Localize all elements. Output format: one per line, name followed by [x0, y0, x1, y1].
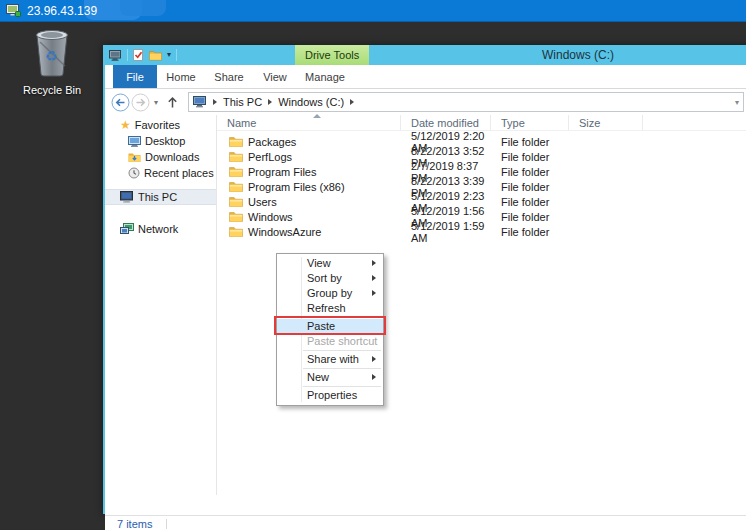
column-header-size[interactable]: Size: [569, 115, 643, 130]
forward-button[interactable]: [130, 92, 150, 112]
folder-icon: [229, 196, 243, 208]
menu-separator: [303, 317, 381, 318]
tab-drive-tools[interactable]: Drive Tools: [295, 45, 369, 65]
explorer-app-icon: [109, 50, 122, 61]
qat-customize-caret-icon[interactable]: ▾: [167, 51, 171, 59]
up-button[interactable]: [162, 92, 182, 112]
menu-item-share-with[interactable]: Share with: [277, 352, 383, 367]
computer-icon: [120, 191, 134, 203]
title-bar[interactable]: ▾ Drive Tools Windows (C:): [103, 45, 746, 65]
window-title: Windows (C:): [513, 45, 643, 65]
menu-item-group-by[interactable]: Group by: [277, 286, 383, 301]
tab-file[interactable]: File: [113, 65, 157, 88]
sidebar-item-favorites[interactable]: ★ Favorites: [105, 117, 216, 133]
tab-home[interactable]: Home: [157, 65, 205, 88]
sidebar-item-downloads[interactable]: Downloads: [105, 149, 216, 165]
column-header-date-modified[interactable]: Date modified: [401, 115, 491, 130]
back-arrow-icon: [111, 93, 130, 112]
breadcrumb-separator-icon[interactable]: [350, 99, 354, 105]
column-header-name[interactable]: Name: [217, 115, 401, 130]
items-count: 7 items: [117, 518, 152, 530]
network-icon: [120, 223, 134, 235]
sidebar-spacer: [105, 181, 216, 189]
breadcrumb-separator-icon[interactable]: [268, 99, 272, 105]
status-bar-divider: [166, 519, 167, 529]
rdp-computer-icon: [6, 4, 21, 17]
up-arrow-icon: [165, 95, 180, 110]
menu-separator: [303, 368, 381, 369]
forward-arrow-icon: [131, 93, 150, 112]
new-folder-icon[interactable]: [149, 50, 162, 61]
navigation-pane: ★ Favorites Desktop Downloads: [105, 115, 217, 495]
menu-item-refresh[interactable]: Refresh: [277, 301, 383, 316]
menu-item-new[interactable]: New: [277, 370, 383, 385]
ribbon-tab-row: File Home Share View Manage: [105, 65, 746, 89]
file-row[interactable]: WindowsAzure 5/12/2019 1:59 AM File fold…: [217, 224, 746, 239]
drive-location-icon: [193, 96, 207, 108]
qat-divider-2: [176, 49, 177, 61]
menu-item-view[interactable]: View: [277, 256, 383, 271]
tab-share[interactable]: Share: [205, 65, 253, 88]
rdp-connection-bar[interactable]: 23.96.43.139: [0, 0, 746, 22]
sidebar-item-this-pc[interactable]: This PC: [105, 189, 216, 205]
menu-item-properties[interactable]: Properties: [277, 388, 383, 403]
column-header-type[interactable]: Type: [491, 115, 569, 130]
explorer-window: ▾ Drive Tools Windows (C:) File Home Sha…: [103, 45, 746, 514]
breadcrumb-this-pc[interactable]: This PC: [223, 96, 262, 108]
folder-icon: [229, 226, 243, 238]
column-headers: Name Date modified Type Size: [217, 115, 746, 131]
recycle-bin-shortcut[interactable]: ♻ Recycle Bin: [14, 28, 90, 96]
desktop-icon: [128, 136, 141, 147]
folder-icon: [229, 136, 243, 148]
breadcrumb-current[interactable]: Windows (C:): [278, 96, 344, 108]
context-menu: View Sort by Group by Refresh Paste Past…: [276, 253, 384, 406]
back-button[interactable]: [110, 92, 130, 112]
svg-text:♻: ♻: [45, 48, 58, 64]
downloads-icon: [128, 152, 141, 163]
sort-ascending-icon: [313, 114, 321, 118]
sidebar-item-recent-places[interactable]: Recent places: [105, 165, 216, 181]
menu-separator: [303, 350, 381, 351]
address-dropdown-caret-icon[interactable]: ▾: [735, 98, 739, 107]
desktop: { "rdp_bar": { "address": "23.96.43.139"…: [0, 0, 746, 530]
menu-item-paste[interactable]: Paste: [277, 319, 383, 334]
recent-locations-caret-icon[interactable]: ▾: [150, 98, 162, 107]
tab-manage[interactable]: Manage: [297, 65, 353, 88]
menu-item-sort-by[interactable]: Sort by: [277, 271, 383, 286]
folder-icon: [229, 166, 243, 178]
folder-icon: [229, 211, 243, 223]
folder-icon: [229, 181, 243, 193]
breadcrumb-separator-icon: [213, 99, 217, 105]
rdp-address: 23.96.43.139: [27, 4, 97, 18]
sidebar-item-desktop[interactable]: Desktop: [105, 133, 216, 149]
rdp-bar-highlight-2: [120, 0, 166, 16]
sidebar-spacer: [105, 205, 216, 221]
properties-icon[interactable]: [133, 49, 144, 61]
status-bar: 7 items: [105, 515, 746, 530]
recycle-bin-icon: ♻: [32, 28, 72, 82]
navigation-toolbar: ▾ This PC Windows (C:) ▾: [105, 89, 746, 115]
recent-places-icon: [128, 167, 140, 179]
menu-item-paste-shortcut: Paste shortcut: [277, 334, 383, 349]
quick-access-toolbar: ▾: [109, 45, 177, 65]
address-bar[interactable]: This PC Windows (C:) ▾: [188, 92, 744, 112]
qat-divider: [127, 49, 128, 61]
star-icon: ★: [120, 119, 131, 131]
file-rows: Packages 5/12/2019 2:20 AM File folder P…: [217, 131, 746, 239]
menu-separator: [303, 386, 381, 387]
recycle-bin-label: Recycle Bin: [14, 84, 90, 96]
folder-icon: [229, 151, 243, 163]
tab-view[interactable]: View: [253, 65, 297, 88]
sidebar-item-network[interactable]: Network: [105, 221, 216, 237]
